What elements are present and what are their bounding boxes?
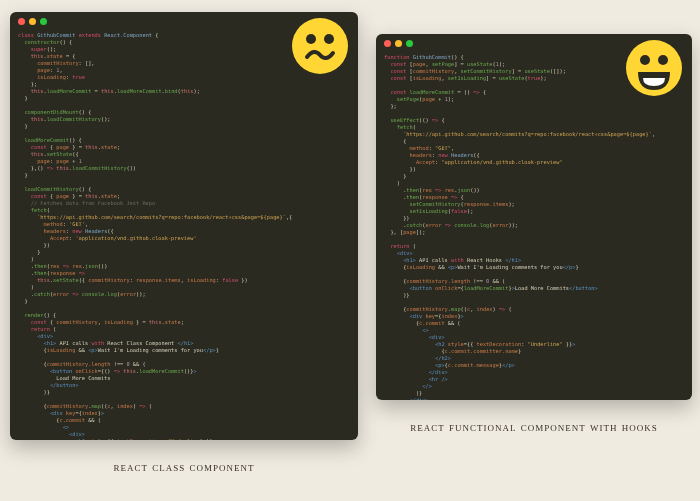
caption-left: react class component: [113, 458, 254, 476]
happy-face-icon: [626, 40, 682, 96]
code-content-right: function GithubCommit() { const [page, s…: [384, 54, 684, 400]
code-editor-left: class GithubCommit extends React.Compone…: [10, 12, 358, 440]
zoom-dot-icon: [406, 40, 413, 47]
svg-point-2: [640, 55, 650, 65]
window-dots: [384, 40, 413, 47]
code-content-left: class GithubCommit extends React.Compone…: [18, 32, 350, 440]
code-editor-right: function GithubCommit() { const [page, s…: [376, 34, 692, 400]
left-column: class GithubCommit extends React.Compone…: [10, 12, 358, 489]
confused-face-icon: [292, 18, 348, 74]
window-dots: [18, 18, 47, 25]
minimize-dot-icon: [29, 18, 36, 25]
close-dot-icon: [384, 40, 391, 47]
right-column: function GithubCommit() { const [page, s…: [376, 12, 692, 489]
svg-point-3: [658, 55, 668, 65]
svg-point-1: [324, 34, 334, 44]
caption-right: react functional component with hooks: [410, 418, 658, 436]
minimize-dot-icon: [395, 40, 402, 47]
zoom-dot-icon: [40, 18, 47, 25]
close-dot-icon: [18, 18, 25, 25]
svg-point-0: [306, 34, 316, 44]
